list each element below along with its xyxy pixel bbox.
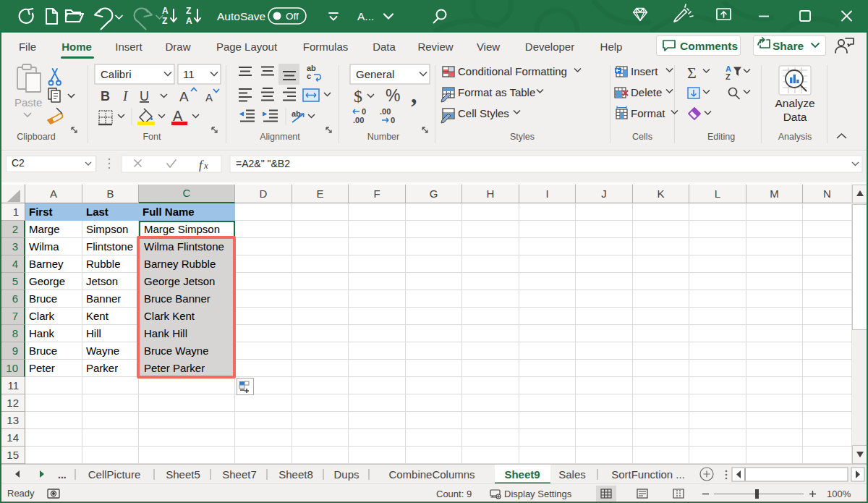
svg-text:A...: A... bbox=[357, 10, 374, 22]
svg-text:Z: Z bbox=[726, 72, 731, 81]
svg-text:Cells: Cells bbox=[632, 132, 652, 142]
svg-text:Z: Z bbox=[162, 16, 167, 26]
svg-text:100%: 100% bbox=[827, 489, 851, 499]
svg-text:Paste: Paste bbox=[14, 96, 42, 109]
svg-text:A: A bbox=[186, 16, 192, 26]
svg-text:11: 11 bbox=[183, 68, 195, 80]
svg-text:0: 0 bbox=[362, 107, 366, 116]
svg-text:Dups: Dups bbox=[333, 468, 359, 481]
svg-text:A: A bbox=[205, 91, 213, 103]
svg-text:Share: Share bbox=[773, 40, 804, 52]
svg-text:U: U bbox=[140, 89, 149, 103]
svg-text:A: A bbox=[179, 89, 189, 104]
svg-text:Σ: Σ bbox=[687, 64, 697, 82]
svg-text:c: c bbox=[307, 72, 311, 80]
svg-text:Count: 9: Count: 9 bbox=[436, 489, 472, 499]
svg-text:CellPicture: CellPicture bbox=[88, 468, 141, 481]
svg-text:.00: .00 bbox=[380, 107, 391, 116]
svg-text:...: ... bbox=[58, 469, 67, 481]
svg-text:Alignment: Alignment bbox=[260, 132, 300, 142]
svg-text:Cell Styles: Cell Styles bbox=[458, 107, 509, 119]
svg-text:Sheet9: Sheet9 bbox=[504, 468, 540, 481]
svg-text:Insert: Insert bbox=[631, 65, 658, 77]
svg-text:$: $ bbox=[354, 87, 362, 106]
svg-text:Comments: Comments bbox=[680, 40, 738, 52]
svg-text:.00: .00 bbox=[353, 116, 364, 124]
svg-text:Delete: Delete bbox=[631, 86, 662, 98]
svg-text:x: x bbox=[203, 160, 208, 171]
svg-text:Off: Off bbox=[286, 11, 299, 22]
svg-text:Data: Data bbox=[783, 111, 807, 123]
svg-text:Sheet8: Sheet8 bbox=[278, 468, 313, 481]
svg-text:Font: Font bbox=[142, 132, 161, 142]
svg-text:Analysis: Analysis bbox=[778, 132, 812, 142]
svg-text:Display Settings: Display Settings bbox=[504, 489, 572, 499]
svg-text:Sheet5: Sheet5 bbox=[166, 468, 200, 481]
svg-text:A: A bbox=[173, 108, 183, 124]
svg-text:Conditional Formatting: Conditional Formatting bbox=[458, 65, 567, 77]
svg-text:Number: Number bbox=[367, 132, 399, 142]
svg-text:Sales: Sales bbox=[558, 468, 586, 481]
svg-text:=A2&" "&B2: =A2&" "&B2 bbox=[236, 158, 290, 169]
svg-text:0: 0 bbox=[391, 116, 395, 124]
svg-text:Editing: Editing bbox=[707, 132, 735, 142]
svg-text:Sheet7: Sheet7 bbox=[222, 468, 257, 481]
svg-text:Format as Table: Format as Table bbox=[458, 86, 535, 98]
svg-text:CombineColumns: CombineColumns bbox=[388, 468, 475, 481]
svg-text:AutoSave: AutoSave bbox=[217, 10, 265, 22]
svg-text:General: General bbox=[356, 68, 394, 80]
svg-text:I: I bbox=[122, 88, 129, 103]
svg-text:Z: Z bbox=[186, 6, 191, 16]
svg-text:,: , bbox=[411, 81, 417, 108]
svg-text:Styles: Styles bbox=[510, 132, 535, 142]
svg-text:%: % bbox=[386, 86, 400, 105]
svg-text:Analyze: Analyze bbox=[775, 97, 814, 109]
svg-text:Calibri: Calibri bbox=[101, 68, 132, 80]
svg-text:A: A bbox=[162, 6, 169, 16]
svg-text:Format: Format bbox=[631, 107, 665, 119]
svg-text:Clipboard: Clipboard bbox=[17, 132, 56, 142]
svg-text:B: B bbox=[101, 89, 110, 103]
svg-text:SortFunction ...: SortFunction ... bbox=[611, 468, 685, 481]
